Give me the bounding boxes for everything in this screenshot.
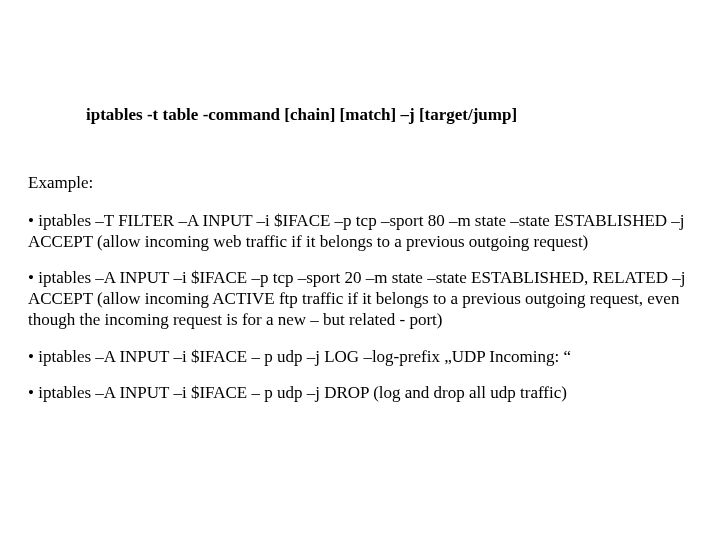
example-bullet: • iptables –A INPUT –i $IFACE – p udp –j… — [28, 347, 692, 368]
command-syntax: iptables -t table -command [chain] [matc… — [86, 105, 692, 125]
example-bullet: • iptables –A INPUT –i $IFACE – p udp –j… — [28, 383, 692, 404]
document-page: iptables -t table -command [chain] [matc… — [0, 105, 720, 404]
example-heading: Example: — [28, 173, 692, 193]
example-bullet: • iptables –A INPUT –i $IFACE –p tcp –sp… — [28, 268, 692, 330]
example-bullet: • iptables –T FILTER –A INPUT –i $IFACE … — [28, 211, 692, 252]
